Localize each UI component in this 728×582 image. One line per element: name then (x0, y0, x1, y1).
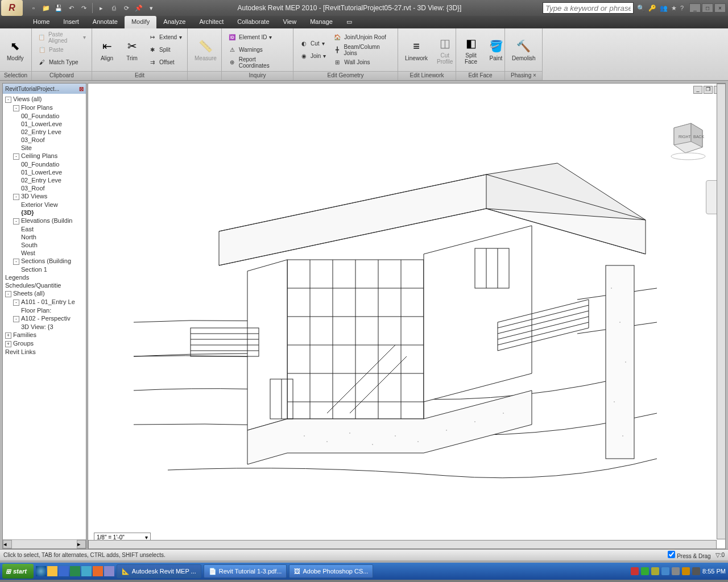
app-logo[interactable]: R (1, 0, 23, 16)
project-tree[interactable]: -Views (all)-Floor Plans00_Foundatio01_L… (3, 94, 86, 539)
tree-node[interactable]: Floor Plan: (4, 306, 85, 314)
start-button[interactable]: ⊞ start (2, 564, 34, 579)
trim-button[interactable]: ✂Trim (121, 37, 143, 63)
key-icon[interactable]: 🔑 (648, 5, 656, 12)
browser-close-icon[interactable]: ⊠ (79, 86, 84, 92)
desktop-icon[interactable] (104, 566, 114, 576)
tree-node[interactable]: 01_LowerLeve (4, 120, 85, 128)
clock[interactable]: 8:55 PM (702, 568, 726, 575)
tree-node[interactable]: -Elevations (Buildin (4, 217, 85, 225)
tree-node[interactable]: Legends (4, 273, 85, 281)
sync-icon[interactable]: ⟳ (121, 3, 131, 13)
tray-app4-icon[interactable] (692, 567, 700, 575)
tree-node[interactable]: 01_LowerLeve (4, 168, 85, 176)
tree-node[interactable]: 00_Foundatio (4, 112, 85, 120)
binoculars-icon[interactable]: 🔍 (637, 5, 645, 12)
star-icon[interactable]: ★ (671, 5, 677, 12)
wall-joins-button[interactable]: ⊞Wall Joins (330, 57, 394, 68)
tray-app1-icon[interactable] (641, 567, 649, 575)
cut-button[interactable]: ◐Cut ▾ (297, 38, 328, 49)
tree-node[interactable]: -Views (all) (4, 95, 85, 103)
pointer-icon[interactable]: ▸ (96, 3, 106, 13)
tree-node[interactable]: -Sections (Building (4, 257, 85, 265)
paste-button[interactable]: 📋Paste (35, 44, 88, 56)
filter-icon[interactable]: ▽:0 (715, 552, 725, 558)
taskbar-task-photoshop[interactable]: 🖼Adobe Photoshop CS... (289, 564, 373, 578)
extend-button[interactable]: ↦Extend ▾ (146, 32, 184, 43)
tree-node[interactable]: -A101 - 01_Entry Le (4, 298, 85, 306)
demolish-button[interactable]: 🔨Demolish (508, 37, 539, 63)
tree-node[interactable]: West (4, 249, 85, 257)
tree-node[interactable]: East (4, 225, 85, 233)
tab-manage[interactable]: Manage (303, 16, 340, 28)
offset-button[interactable]: ⇉Offset (146, 57, 184, 68)
pin-icon[interactable]: 📌 (134, 3, 144, 13)
tree-node[interactable]: 02_Entry Leve (4, 176, 85, 184)
tree-node[interactable]: 03_Roof (4, 184, 85, 192)
tree-node[interactable]: 3D View: {3 (4, 323, 85, 331)
tab-addins-icon[interactable]: ▭ (340, 16, 359, 28)
tree-node[interactable]: -Floor Plans (4, 103, 85, 112)
report-coords-button[interactable]: ⊕Report Coordinates (225, 57, 289, 68)
tray-network-icon[interactable] (661, 567, 669, 575)
canvas-vscroll[interactable] (717, 84, 726, 539)
tree-node[interactable]: Revit Links (4, 348, 85, 356)
redo-icon[interactable]: ↷ (78, 3, 89, 13)
word-icon[interactable] (59, 566, 69, 576)
maximize-button[interactable]: □ (702, 3, 713, 13)
outlook-icon[interactable] (47, 566, 57, 576)
match-type-button[interactable]: 🖌Match Type (35, 57, 88, 68)
linework-button[interactable]: ≡Linework (402, 37, 431, 63)
cut-profile-button[interactable]: ◫Cut Profile (433, 34, 456, 66)
tree-node[interactable]: Site (4, 144, 85, 152)
ie-icon[interactable] (36, 566, 46, 576)
browser-hscroll[interactable]: ◂▸ (3, 539, 86, 548)
tray-volume-icon[interactable] (672, 567, 680, 575)
tree-node[interactable]: 02_Entry Leve (4, 128, 85, 136)
save-icon[interactable]: 💾 (53, 3, 64, 13)
tree-node[interactable]: 03_Roof (4, 136, 85, 144)
tab-insert[interactable]: Insert (56, 16, 86, 28)
split-button[interactable]: ✱Split (146, 44, 184, 56)
new-icon[interactable]: ▫ (28, 3, 39, 13)
paste-aligned-button[interactable]: 📋Paste Aligned ▾ (35, 32, 88, 43)
tray-app3-icon[interactable] (682, 567, 690, 575)
print-icon[interactable]: ⎙ (109, 3, 119, 13)
view-restore-icon[interactable]: ❐ (704, 86, 713, 94)
tree-node[interactable]: -Ceiling Plans (4, 152, 85, 160)
tree-node[interactable]: Exterior View (4, 201, 85, 209)
paint-button[interactable]: 🪣Paint (485, 37, 507, 63)
tree-node[interactable]: South (4, 241, 85, 249)
beam-col-button[interactable]: ╋Beam/Column Joins (330, 44, 394, 56)
view-cube[interactable]: RIGHT BACK (663, 118, 708, 163)
join-button[interactable]: ◉Join ▾ (297, 51, 328, 62)
tree-node[interactable]: Schedules/Quantitie (4, 281, 85, 289)
modify-button[interactable]: ⬉Modify (3, 37, 27, 63)
warnings-button[interactable]: ⚠Warnings (225, 44, 289, 56)
split-face-button[interactable]: ◧Split Face (460, 34, 482, 66)
undo-icon[interactable]: ↶ (66, 3, 76, 13)
tab-annotate[interactable]: Annotate (86, 16, 125, 28)
align-button[interactable]: ⇤Align (96, 37, 118, 63)
tab-view[interactable]: View (276, 16, 304, 28)
excel-icon[interactable] (70, 566, 80, 576)
close-button[interactable]: × (714, 3, 726, 13)
tray-shield-icon[interactable] (631, 567, 639, 575)
element-id-button[interactable]: 🆔Element ID ▾ (225, 32, 289, 43)
itunes-icon[interactable] (81, 566, 92, 576)
tree-node[interactable]: North (4, 233, 85, 241)
help-icon[interactable]: ? (680, 5, 684, 12)
comm-icon[interactable]: 👥 (660, 5, 668, 12)
canvas-hscroll[interactable] (88, 540, 717, 549)
join-roof-button[interactable]: 🏠Join/Unjoin Roof (330, 32, 394, 43)
press-drag-toggle[interactable]: Press & Drag (668, 551, 710, 559)
tree-node[interactable]: -A102 - Perspectiv (4, 314, 85, 323)
tab-home[interactable]: Home (26, 16, 56, 28)
tree-node[interactable]: +Families (4, 331, 85, 339)
firefox-icon[interactable] (93, 566, 103, 576)
measure-button[interactable]: 📏Measure (191, 37, 220, 63)
help-search-input[interactable] (543, 2, 634, 14)
tab-collaborate[interactable]: Collaborate (230, 16, 276, 28)
view-minimize-icon[interactable]: _ (693, 86, 702, 94)
tab-modify[interactable]: Modify (125, 16, 156, 28)
